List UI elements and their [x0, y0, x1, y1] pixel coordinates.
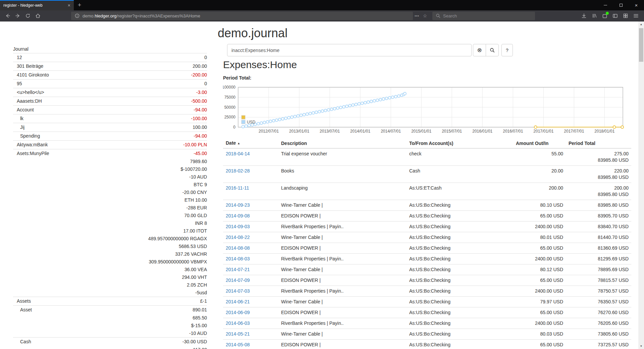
- chart-data-point: [248, 124, 251, 127]
- balance-amount: 5686.53 USD: [148, 243, 207, 250]
- search-submit-button[interactable]: [486, 44, 499, 56]
- transaction-period-total: 73725.57 USD: [566, 340, 631, 349]
- tab-close-icon[interactable]: ×: [68, 3, 70, 8]
- page-actions-icon[interactable]: •••: [413, 14, 421, 18]
- chart-data-point: [324, 109, 327, 112]
- new-tab-button[interactable]: +: [74, 0, 85, 10]
- transaction-description: RiverBank Properties | Payin..: [278, 286, 407, 297]
- tab-title: register - hledger-web: [3, 3, 66, 8]
- account-balance: £-1: [200, 297, 207, 305]
- transaction-date-link[interactable]: 2014-05-21: [226, 331, 250, 337]
- browser-search-field[interactable]: Search: [432, 12, 535, 20]
- transaction-date-link[interactable]: 2014-05-08: [226, 342, 250, 347]
- reload-button[interactable]: [23, 11, 33, 20]
- account-link[interactable]: Jij: [13, 123, 24, 131]
- transaction-period-total: 81295.69 USD: [566, 254, 631, 264]
- query-input[interactable]: [227, 44, 472, 56]
- chart-y-tick-label: 25000: [224, 115, 236, 119]
- accounts-sidebar: Journal 120301 Beiträge200.004101 Giroko…: [13, 46, 207, 349]
- chart-data-point: [266, 120, 269, 123]
- menu-button[interactable]: [632, 12, 640, 20]
- transaction-description: Wine-Tarner Cable |: [278, 297, 407, 307]
- transaction-date-link[interactable]: 2014-06-21: [226, 299, 250, 304]
- transaction-date-link[interactable]: 2014-07-03: [226, 288, 250, 294]
- account-link[interactable]: 301 Beiträge: [13, 62, 43, 70]
- clear-query-button[interactable]: ⊗: [473, 44, 486, 56]
- transaction-period-total: 81360.69 USD: [566, 243, 631, 254]
- register-row: 2014-08-08EDISON POWER |As:US:Bo:Checkin…: [223, 243, 631, 254]
- back-button[interactable]: [3, 11, 13, 20]
- transaction-amount: 2400.00 USD: [513, 286, 566, 297]
- transaction-date-link[interactable]: 2016-11-11: [226, 185, 249, 191]
- browser-tab[interactable]: register - hledger-web ×: [0, 0, 74, 10]
- register-row: 2016-11-11LandscapingAs:US:ET:Cash200.00…: [223, 183, 631, 200]
- account-link[interactable]: Spending: [13, 132, 40, 140]
- transaction-date-link[interactable]: 2014-08-03: [226, 256, 250, 261]
- transaction-date-link[interactable]: 2014-09-08: [226, 213, 250, 218]
- transaction-date-link[interactable]: 2018-04-14: [226, 151, 250, 156]
- transaction-date-link[interactable]: 2014-06-09: [226, 310, 250, 315]
- forward-button[interactable]: [13, 11, 23, 20]
- extension-button[interactable]: [601, 12, 609, 20]
- account-link[interactable]: <u>hello</u>: [13, 89, 44, 96]
- transaction-amount: 65.00 USD: [513, 307, 566, 318]
- chart-data-point: [275, 119, 278, 121]
- transaction-date-link[interactable]: 2014-09-23: [226, 202, 250, 208]
- chart-data-point: [348, 104, 351, 107]
- journal-link[interactable]: Journal: [13, 46, 207, 52]
- home-button[interactable]: [33, 11, 43, 20]
- balance-amount: 0: [204, 54, 207, 61]
- account-link[interactable]: 12: [13, 54, 22, 61]
- account-balance: -10.00 PLN: [183, 141, 207, 149]
- account-link[interactable]: Asets:MunyPile: [13, 150, 49, 157]
- balance-amount: 0: [204, 80, 207, 88]
- transaction-period-total: 83905.70 USD: [566, 211, 631, 221]
- site-info-icon[interactable]: [74, 13, 80, 18]
- sidebar-account-row: 4101 Girokonto-200.00: [13, 70, 207, 79]
- account-link[interactable]: lk: [13, 115, 23, 122]
- transaction-date-link[interactable]: 2014-07-21: [226, 267, 250, 272]
- bookmark-star-icon[interactable]: ☆: [421, 13, 429, 18]
- chart-data-point: [281, 117, 284, 120]
- sidebar-account-row: Cash-30.00 USD: [13, 337, 207, 346]
- chart-legend-label: USD: [247, 120, 256, 124]
- downloads-button[interactable]: [580, 12, 588, 20]
- transaction-account: As:US:Bo:Checking: [407, 318, 513, 329]
- account-link[interactable]: Assets: [13, 297, 31, 305]
- apps-button[interactable]: [622, 12, 630, 20]
- account-link[interactable]: Aktywa:mBank: [13, 141, 48, 149]
- minimize-button[interactable]: [598, 0, 613, 10]
- toolbar-icons: [580, 12, 641, 20]
- url-bar[interactable]: demo.hledger.org/register?q=inacct%3AExp…: [71, 12, 413, 20]
- chart-data-point: [361, 102, 364, 105]
- transaction-description: Landscaping: [278, 183, 407, 200]
- account-link[interactable]: 4101 Girokonto: [13, 71, 49, 79]
- transaction-date-link[interactable]: 2014-08-08: [226, 245, 250, 251]
- column-header-date[interactable]: Date▲: [223, 139, 278, 148]
- page-scrollbar[interactable]: ▲ ▼: [638, 21, 644, 349]
- sidebar-account-row: <u>hello</u>-3.00: [13, 88, 207, 97]
- transaction-date-link[interactable]: 2014-08-22: [226, 235, 250, 240]
- maximize-button[interactable]: [613, 0, 629, 10]
- transaction-date-link[interactable]: 2014-06-03: [226, 320, 250, 326]
- library-button[interactable]: [590, 12, 598, 20]
- account-link[interactable]: Cash: [13, 338, 31, 346]
- register-table: Date▲ Description To/From Account(s) Amo…: [223, 139, 631, 349]
- scroll-up-icon[interactable]: ▲: [638, 21, 644, 27]
- scroll-down-icon[interactable]: ▼: [638, 343, 644, 349]
- sidebars-button[interactable]: [611, 12, 619, 20]
- scrollbar-thumb[interactable]: [639, 28, 643, 62]
- transaction-date-link[interactable]: 2014-09-03: [226, 224, 250, 229]
- account-link[interactable]: Account: [13, 106, 34, 114]
- account-link[interactable]: Aaasets:DH: [13, 97, 42, 105]
- help-button[interactable]: ?: [501, 44, 513, 56]
- close-button[interactable]: ×: [629, 0, 644, 10]
- account-link[interactable]: Asset: [13, 306, 32, 314]
- account-link[interactable]: 95: [13, 80, 22, 88]
- clear-query-icon: ⊗: [477, 47, 482, 54]
- transaction-date-cell: 2014-08-22: [223, 232, 278, 243]
- transaction-date-link[interactable]: 2014-07-09: [226, 278, 250, 283]
- balance-amount: -30.00 USD: [182, 338, 207, 346]
- transaction-date-link[interactable]: 2018-02-28: [226, 168, 250, 173]
- transaction-date-cell: 2014-09-03: [223, 221, 278, 232]
